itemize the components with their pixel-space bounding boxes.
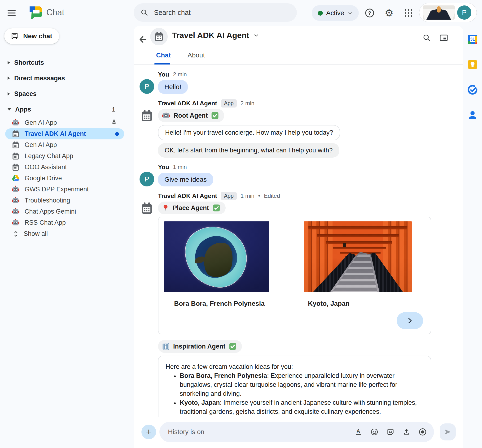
bora-bora-image[interactable] [164,221,269,292]
sender-name: You [158,71,169,78]
calendar-app-button[interactable]: 31 [467,33,478,45]
svg-text:A: A [356,428,360,434]
side-panel-rail: 31 [463,26,482,448]
tasks-app-button[interactable] [467,84,478,95]
message-input-container[interactable]: A [159,422,434,442]
page-title: Travel ADK AI Agent [172,31,249,40]
sidebar-item-chat-apps-gemini[interactable]: Chat Apps Gemini [0,206,124,217]
section-label: Apps [15,106,31,113]
back-button[interactable] [137,33,149,45]
sidebar-section-spaces[interactable]: Spaces [0,86,134,102]
sidebar-item-google-drive[interactable]: Google Drive [0,173,124,184]
sidebar-item-ooo-assistant[interactable]: OOO Assistant [0,162,124,173]
gif-sticker-button[interactable] [386,428,395,436]
message-inspiration-agent: Inspiration Agent Here are a few dream v… [140,340,463,417]
timestamp: 1 min [173,164,187,170]
carousel-next-button[interactable] [397,312,423,329]
sidebar-item-troubleshooting[interactable]: Troubleshooting [0,195,124,206]
sticker-icon [386,428,394,436]
sidebar-item-legacy-chat-app[interactable]: Legacy Chat App [0,150,124,162]
active-status-dot-icon [318,11,323,16]
user-avatar: P [140,172,154,186]
agent-chip-place: Place Agent [158,202,226,214]
upload-file-button[interactable] [402,428,411,436]
robot-icon [11,207,20,216]
search-icon [422,33,431,42]
send-icon [444,428,452,436]
destination-card: Bora Bora, French Polynesia [158,217,431,334]
search-in-chat-button[interactable] [420,32,433,44]
robot-icon [11,185,20,194]
google-chat-logo-icon [29,6,43,19]
chevron-down-icon [253,32,259,39]
sender-name: You [158,164,169,171]
sender-name: Travel ADK AI Agent [158,192,217,200]
timestamp: 2 min [173,71,187,78]
timestamp: 1 min [241,193,255,199]
google-apps-button[interactable] [402,7,414,19]
organization-avatar [423,5,455,20]
contacts-app-button[interactable] [467,110,478,121]
search-input[interactable] [154,9,290,16]
emoji-button[interactable] [370,428,379,436]
kyoto-image[interactable] [304,221,412,292]
sidebar-item-gen-ai-app[interactable]: Gen AI App [0,117,124,128]
format-text-button[interactable]: A [354,428,362,436]
upload-icon [402,428,410,436]
sidebar-item-gws-dpp-experiment[interactable]: GWS DPP Experiment [0,184,124,195]
keep-app-button[interactable] [467,59,478,70]
sidebar-item-travel-adk-ai-agent[interactable]: Travel ADK AI Agent [5,128,124,139]
conversation-title-menu[interactable]: Travel ADK AI Agent [172,31,259,40]
app-badge: App [221,99,237,108]
google-calendar-icon: 31 [467,33,478,45]
active-tab-indicator [154,63,170,64]
message-input[interactable] [168,428,352,436]
list-item: Bora Bora, French Polynesia: Experience … [179,371,424,398]
add-content-button[interactable]: + [141,424,156,439]
google-drive-icon [11,174,20,183]
sender-name: Travel ADK AI Agent [158,100,217,107]
main-menu-icon[interactable] [8,8,18,18]
sidebar-section-apps[interactable]: Apps 1 [0,102,134,117]
expand-right-icon [8,92,10,95]
expand-right-icon [8,77,10,80]
sidebar-item-gen-ai-app-2[interactable]: Gen AI App [0,139,124,150]
settings-button[interactable]: ⚙ [383,7,395,19]
message-user-ideas: P You 1 min Give me ideas [140,163,463,186]
sidebar-item-rss-chat-app[interactable]: RSS Chat App [0,217,124,228]
calendar-icon [11,141,20,149]
chat-tabs: Chat About [134,50,463,64]
apps-grid-icon [405,9,412,17]
record-video-button[interactable] [418,428,427,436]
product-title: Chat [46,8,64,17]
sidebar-section-shortcuts[interactable]: Shortcuts [0,55,134,71]
info-icon [162,342,170,350]
chat-panel: Travel ADK AI Agent Chat About P [134,26,463,448]
calendar-icon [11,130,20,138]
google-tasks-icon [467,84,478,95]
search-bar[interactable] [134,3,297,22]
message-list: P You 2 min Hello! Travel ADK AI Agent A… [134,64,463,417]
compose-icon [10,32,19,40]
help-button[interactable]: ? [364,7,376,19]
tab-about[interactable]: About [188,52,205,59]
robot-icon [11,196,20,205]
inspiration-intro: Here are a few dream vacation ideas for … [166,362,424,371]
new-chat-button[interactable]: New chat [4,28,59,44]
send-button[interactable] [440,424,456,440]
sidebar-show-all[interactable]: Show all [0,228,124,239]
svg-text:31: 31 [470,37,475,42]
availability-status-button[interactable]: Active [312,5,359,21]
sidebar-section-direct-messages[interactable]: Direct messages [0,71,134,86]
separator-dot: • [258,193,260,199]
chevron-down-icon [347,10,353,16]
tab-chat[interactable]: Chat [156,52,171,59]
profile-avatar[interactable]: P [457,5,471,20]
section-label: Direct messages [14,75,65,82]
open-in-window-button[interactable] [438,32,450,44]
account-switcher[interactable]: P [419,3,477,22]
list-item: Kyoto, Japan: Immerse yourself in ancien… [179,398,424,416]
back-arrow-icon [137,34,148,45]
google-contacts-icon [467,110,478,121]
message-place-agent: Travel ADK AI Agent App 1 min • Edited P… [140,192,463,334]
